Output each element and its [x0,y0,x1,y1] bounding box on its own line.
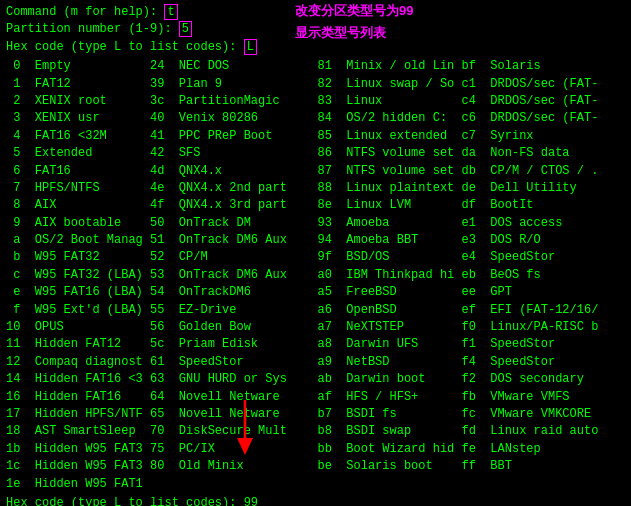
row-16: 16 Hidden FAT16 64 Novell Netware [6,389,314,406]
row-e: e W95 FAT16 (LBA) 54 OnTrackDM6 [6,284,314,301]
rrow-b8: b8 BSDI swap fd Linux raid auto [318,423,626,440]
partition-type-table: 0 Empty 24 NEC DOS 1 FAT12 39 Plan 9 2 X… [6,58,625,493]
row-12: 12 Compaq diagnost 61 SpeedStor [6,354,314,371]
row-5: 5 Extended 42 SFS [6,145,314,162]
svg-marker-1 [237,438,253,455]
rrow-bb: bb Boot Wizard hid fe LANstep [318,441,626,458]
rrow-a8: a8 Darwin UFS f1 SpeedStor [318,336,626,353]
rrow-ab: ab Darwin boot f2 DOS secondary [318,371,626,388]
row-3: 3 XENIX usr 40 Venix 80286 [6,110,314,127]
rrow-b7: b7 BSDI fs fc VMware VMKCORE [318,406,626,423]
rrow-81: 81 Minix / old Lin bf Solaris [318,58,626,75]
row-2: 2 XENIX root 3c PartitionMagic [6,93,314,110]
rrow-85: 85 Linux extended c7 Syrinx [318,128,626,145]
terminal: Command (m for help): t Partition number… [0,0,631,506]
rrow-94: 94 Amoeba BBT e3 DOS R/O [318,232,626,249]
row-f: f W95 Ext'd (LBA) 55 EZ-Drive [6,302,314,319]
arrow-down-svg [230,400,260,455]
rrow-a0: a0 IBM Thinkpad hi eb BeOS fs [318,267,626,284]
partition-input: 5 [179,21,192,37]
rrow-87: 87 NTFS volume set db CP/M / CTOS / . [318,163,626,180]
rrow-93: 93 Amoeba e1 DOS access [318,215,626,232]
rrow-af: af HFS / HFS+ fb VMware VMFS [318,389,626,406]
row-8: 8 AIX 4f QNX4.x 3rd part [6,197,314,214]
row-4: 4 FAT16 <32M 41 PPC PReP Boot [6,128,314,145]
hex-input: L [244,39,257,55]
row-17: 17 Hidden HPFS/NTF 65 Novell Netware [6,406,314,423]
rrow-82: 82 Linux swap / So c1 DRDOS/sec (FAT- [318,76,626,93]
row-9: 9 AIX bootable 50 OnTrack DM [6,215,314,232]
rrow-9f: 9f BSD/OS e4 SpeedStor [318,249,626,266]
col-left: 0 Empty 24 NEC DOS 1 FAT12 39 Plan 9 2 X… [6,58,318,493]
row-1e: 1e Hidden W95 FAT1 [6,476,314,493]
annotation-list-type: 显示类型号列表 [295,24,386,42]
rrow-a5: a5 FreeBSD ee GPT [318,284,626,301]
rrow-84: 84 OS/2 hidden C: c6 DRDOS/sec (FAT- [318,110,626,127]
row-6: 6 FAT16 4d QNX4.x [6,163,314,180]
rrow-a9: a9 NetBSD f4 SpeedStor [318,354,626,371]
rrow-8e: 8e Linux LVM df BootIt [318,197,626,214]
annotation-change-type: 改变分区类型号为99 [295,2,413,20]
row-1b: 1b Hidden W95 FAT3 75 PC/IX [6,441,314,458]
rrow-a7: a7 NeXTSTEP f0 Linux/PA-RISC b [318,319,626,336]
cmd-input-t: t [164,4,177,20]
row-b: b W95 FAT32 52 CP/M [6,249,314,266]
rrow-88: 88 Linux plaintext de Dell Utility [318,180,626,197]
rrow-86: 86 NTFS volume set da Non-FS data [318,145,626,162]
row-10: 10 OPUS 56 Golden Bow [6,319,314,336]
row-a: a OS/2 Boot Manag 51 OnTrack DM6 Aux [6,232,314,249]
footer-hex-line: Hex code (type L to list codes): 99 [6,495,625,506]
row-18: 18 AST SmartSleep 70 DiskSecure Mult [6,423,314,440]
col-right: 81 Minix / old Lin bf Solaris 82 Linux s… [318,58,626,493]
row-11: 11 Hidden FAT12 5c Priam Edisk [6,336,314,353]
row-14: 14 Hidden FAT16 <3 63 GNU HURD or Sys [6,371,314,388]
rrow-83: 83 Linux c4 DRDOS/sec (FAT- [318,93,626,110]
rrow-be: be Solaris boot ff BBT [318,458,626,475]
row-1c: 1c Hidden W95 FAT3 80 Old Minix [6,458,314,475]
row-1: 1 FAT12 39 Plan 9 [6,76,314,93]
row-0: 0 Empty 24 NEC DOS [6,58,314,75]
row-7: 7 HPFS/NTFS 4e QNX4.x 2nd part [6,180,314,197]
row-c: c W95 FAT32 (LBA) 53 OnTrack DM6 Aux [6,267,314,284]
rrow-a6: a6 OpenBSD ef EFI (FAT-12/16/ [318,302,626,319]
